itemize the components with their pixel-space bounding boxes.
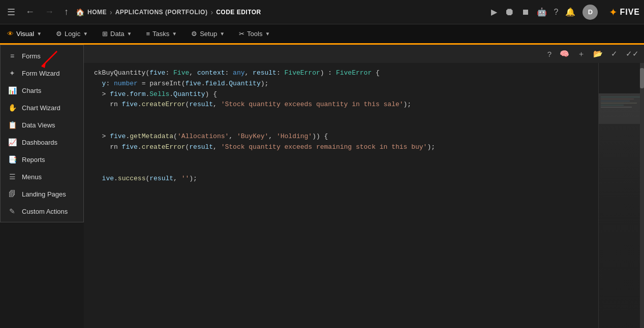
bot-icon[interactable]: 🤖	[537, 7, 547, 17]
code-line-9	[94, 152, 593, 163]
form-wizard-icon: ✦	[8, 69, 17, 77]
avatar[interactable]: D	[582, 5, 598, 20]
scrollbar-thumb[interactable]	[640, 68, 644, 88]
tools-caret-icon: ▼	[265, 31, 270, 37]
folder-toolbar-icon[interactable]: 📂	[593, 49, 603, 58]
nav-tools[interactable]: ✂ Tools ▼	[232, 24, 277, 43]
logo-star-icon: ✦	[609, 6, 618, 18]
forward-button[interactable]: →	[42, 5, 57, 19]
main-content: ≡ Forms ✦ Form Wizard 📊 Charts ✋ Chart W…	[0, 45, 644, 328]
code-line-4: rn five.createError(result, 'Stock quant…	[94, 100, 593, 110]
data-caret-icon: ▼	[127, 31, 132, 37]
code-content-area[interactable]: ckBuyQuantity(five: Five, context: any, …	[84, 63, 644, 189]
data-views-icon: 📋	[8, 121, 17, 129]
dropdown-item-charts[interactable]: 📊 Charts	[1, 82, 83, 99]
minimap-content	[599, 93, 644, 328]
code-line-1: ckBuyQuantity(five: Five, context: any, …	[94, 68, 593, 79]
breadcrumb-home[interactable]: HOME	[87, 9, 107, 16]
dropdown-item-reports[interactable]: 📑 Reports	[1, 151, 83, 168]
top-bar-right: ▶ ⏺ ⏹ 🤖 ? 🔔 D ✦ FIVE	[491, 5, 640, 20]
nav-logic[interactable]: ⚙ Logic ▼	[49, 24, 95, 43]
check-toolbar-icon[interactable]: ✓	[611, 49, 618, 58]
play-icon[interactable]: ▶	[491, 7, 497, 17]
nav-tasks[interactable]: ≡ Tasks ▼	[139, 24, 184, 43]
custom-actions-icon: ✎	[8, 207, 17, 215]
nav-bar: 👁 Visual ▼ ⚙ Logic ▼ ⊞ Data ▼ ≡ Tasks ▼ …	[0, 24, 644, 45]
minimap-highlight	[599, 93, 644, 124]
up-button[interactable]: ↑	[61, 5, 72, 19]
code-line-10	[94, 163, 593, 174]
dropdown-item-data-views[interactable]: 📋 Data Views	[1, 116, 83, 134]
brain-toolbar-icon[interactable]: 🧠	[560, 49, 569, 58]
dropdown-item-chart-wizard[interactable]: ✋ Chart Wizard	[1, 99, 83, 116]
code-line-6	[94, 121, 593, 132]
top-bar: ☰ ← → ↑ 🏠 HOME › APPLICATIONS (PORTFOLIO…	[0, 0, 644, 24]
code-line-3: > five.form.Sells.Quantity) {	[94, 89, 593, 100]
vertical-scrollbar[interactable]	[640, 63, 644, 328]
dashboards-icon: 📈	[8, 138, 17, 146]
code-line-2: y: number = parseInt(five.field.Quantity…	[94, 79, 593, 89]
tasks-caret-icon: ▼	[172, 31, 177, 37]
code-line-7: > five.getMetadata('Allocations', 'BuyKe…	[94, 132, 593, 142]
five-logo: ✦ FIVE	[609, 6, 640, 18]
charts-icon: 📊	[8, 86, 17, 94]
help-toolbar-icon[interactable]: ?	[547, 50, 551, 58]
code-toolbar: ? 🧠 ＋ 📂 ✓ ✓✓	[84, 45, 644, 63]
code-editor[interactable]: ? 🧠 ＋ 📂 ✓ ✓✓ ckBuyQuantity(five: Five, c…	[84, 45, 644, 328]
landing-pages-icon: 🗐	[8, 190, 17, 198]
double-check-toolbar-icon[interactable]: ✓✓	[626, 49, 639, 58]
dropdown-item-custom-actions[interactable]: ✎ Custom Actions	[1, 203, 83, 220]
code-line-8: rn five.createError(result, 'Stock quant…	[94, 142, 593, 153]
code-line-5	[94, 110, 593, 121]
breadcrumb-applications[interactable]: APPLICATIONS (PORTFOLIO)	[115, 9, 208, 16]
nav-data[interactable]: ⊞ Data ▼	[95, 24, 139, 43]
forms-icon: ≡	[8, 52, 17, 60]
menus-icon: ☰	[8, 173, 17, 181]
chart-wizard-icon: ✋	[8, 104, 17, 112]
visual-caret-icon: ▼	[37, 31, 42, 37]
nav-visual[interactable]: 👁 Visual ▼	[0, 24, 49, 43]
menu-icon[interactable]: ☰	[4, 5, 18, 20]
record-icon[interactable]: ⏺	[504, 6, 514, 18]
dropdown-item-forms[interactable]: ≡ Forms	[1, 47, 83, 64]
nav-setup[interactable]: ⚙ Setup ▼	[184, 24, 232, 43]
breadcrumb-code-editor[interactable]: CODE EDITOR	[216, 9, 261, 16]
logic-caret-icon: ▼	[83, 31, 88, 37]
reports-icon: 📑	[8, 155, 17, 163]
code-line-11: ive.success(result, '');	[94, 174, 593, 184]
dropdown-item-form-wizard[interactable]: ✦ Form Wizard	[1, 64, 83, 82]
stop-icon[interactable]: ⏹	[522, 8, 530, 17]
dropdown-item-landing-pages[interactable]: 🗐 Landing Pages	[1, 185, 83, 203]
dropdown-item-menus[interactable]: ☰ Menus	[1, 168, 83, 185]
bell-icon[interactable]: 🔔	[565, 7, 575, 17]
add-toolbar-icon[interactable]: ＋	[577, 49, 585, 59]
back-button[interactable]: ←	[22, 5, 38, 19]
breadcrumb: 🏠 HOME › APPLICATIONS (PORTFOLIO) › CODE…	[76, 8, 487, 16]
minimap	[598, 63, 644, 328]
setup-caret-icon: ▼	[220, 31, 225, 37]
logo-text: FIVE	[620, 8, 640, 17]
visual-dropdown-menu: ≡ Forms ✦ Form Wizard 📊 Charts ✋ Chart W…	[0, 45, 84, 222]
help-icon[interactable]: ?	[554, 8, 559, 17]
dropdown-item-dashboards[interactable]: 📈 Dashboards	[1, 134, 83, 151]
